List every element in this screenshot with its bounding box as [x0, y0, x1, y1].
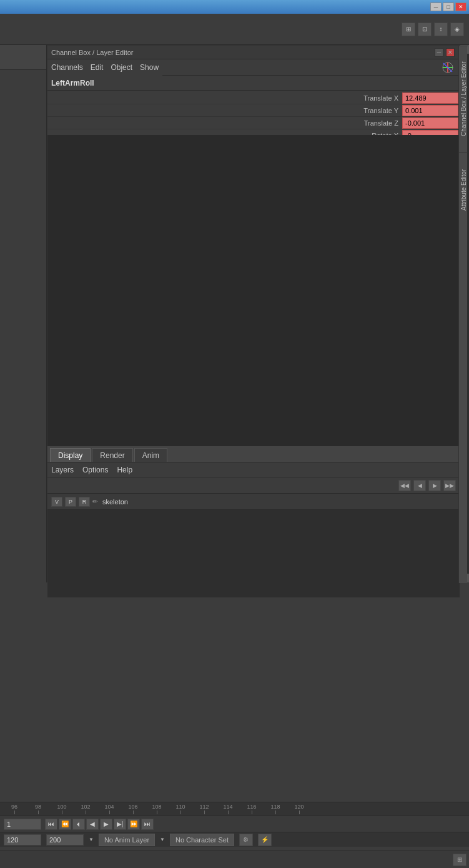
- layer-tool-2[interactable]: ◀: [413, 480, 426, 491]
- prop-label-0: Translate X: [47, 94, 402, 102]
- layer-v-btn[interactable]: V: [51, 497, 62, 507]
- gizmo-icon: [441, 61, 455, 74]
- status-bar: 120 200 ▼ No Anim Layer ▼ No Character S…: [0, 832, 469, 847]
- bottom-extra-btn[interactable]: ⊞: [453, 854, 467, 866]
- side-tab-attribute-editor[interactable]: Attribute Editor: [459, 152, 468, 227]
- play-btn-prev[interactable]: ⏴: [72, 819, 85, 830]
- submenu-layers[interactable]: Layers: [51, 466, 74, 474]
- cb-minimize-btn[interactable]: ─: [435, 48, 443, 57]
- viewport-area: [47, 135, 460, 446]
- tab-anim[interactable]: Anim: [134, 448, 167, 462]
- submenu-options[interactable]: Options: [82, 466, 108, 474]
- playback-controls: ⏮ ⏪ ⏴ ◀ ▶ ▶| ⏩ ⏭: [45, 819, 154, 830]
- toolbar-icon-1[interactable]: ⊞: [402, 22, 415, 36]
- timeline-tick-114: 114: [216, 804, 240, 814]
- prop-label-1: Translate Y: [47, 107, 402, 114]
- prop-row-1: Translate Y0.001: [47, 104, 458, 117]
- play-btn-next[interactable]: ▶|: [114, 819, 126, 830]
- char-set-dropdown-arrow[interactable]: ▼: [160, 837, 165, 842]
- layer-editor: Display Render Anim Layers Options Help …: [47, 446, 460, 583]
- menu-object[interactable]: Object: [111, 63, 132, 72]
- prop-label-2: Translate Z: [47, 119, 402, 127]
- prop-value-1[interactable]: 0.001: [402, 105, 458, 116]
- prop-value-2[interactable]: -0.001: [402, 117, 458, 129]
- layer-p-btn[interactable]: P: [65, 497, 76, 507]
- menu-show[interactable]: Show: [140, 63, 159, 72]
- bottom-extra-bar: ⊞: [0, 851, 469, 868]
- timeline-tick-110: 110: [169, 804, 192, 814]
- play-btn-back[interactable]: ◀: [86, 819, 99, 830]
- menu-channels[interactable]: Channels: [51, 63, 83, 72]
- play-btn-prev-key[interactable]: ⏪: [59, 819, 71, 830]
- status-icon-btn-1[interactable]: ⚙: [239, 834, 253, 846]
- menu-edit[interactable]: Edit: [91, 63, 104, 72]
- timeline-tick-116: 116: [240, 804, 264, 814]
- layer-tool-3[interactable]: ▶: [428, 480, 441, 491]
- layer-toolbar: ◀◀ ◀ ▶ ▶▶: [47, 477, 460, 494]
- main-toolbar: ⊞ ⊡ ↕ ◈: [0, 14, 469, 45]
- timeline-area: 9698100102104106108110112114116118120 1 …: [0, 802, 469, 868]
- prop-row-0: Translate X12.489: [47, 92, 458, 104]
- play-btn-skip-end[interactable]: ⏭: [141, 819, 154, 830]
- left-panel-top: [0, 45, 46, 70]
- channel-box-title: Channel Box / Layer Editor: [51, 49, 133, 56]
- layer-submenu: Layers Options Help: [47, 462, 460, 477]
- timeline-tick-96: 96: [2, 804, 26, 814]
- layer-row-skeleton: V P R ✏ skeleton: [47, 494, 460, 510]
- range-start-input[interactable]: 120: [4, 834, 41, 846]
- timeline-tick-100: 100: [50, 804, 74, 814]
- left-panel: [0, 45, 47, 582]
- prop-row-2: Translate Z-0.001: [47, 117, 458, 129]
- playback-control-bar: 1 ⏮ ⏪ ⏴ ◀ ▶ ▶| ⏩ ⏭: [0, 816, 469, 832]
- prop-value-0[interactable]: 12.489: [402, 92, 458, 104]
- anim-layer-dropdown-arrow[interactable]: ▼: [89, 837, 94, 842]
- object-name-row: LeftArmRoll: [47, 76, 458, 91]
- char-set-status[interactable]: No Character Set: [170, 834, 234, 846]
- layer-pencil-icon: ✏: [92, 498, 97, 505]
- channel-box-titlebar: Channel Box / Layer Editor ─ ✕: [47, 46, 458, 59]
- layer-empty-area: [47, 510, 460, 597]
- object-name-text: LeftArmRoll: [51, 79, 94, 87]
- channel-box-controls: ─ ✕: [435, 48, 455, 57]
- maximize-button[interactable]: □: [443, 2, 454, 11]
- anim-layer-status[interactable]: No Anim Layer: [99, 834, 155, 846]
- title-bar: ─ □ ✕: [0, 0, 469, 14]
- tab-render[interactable]: Render: [92, 448, 132, 462]
- timeline-tick-118: 118: [264, 804, 287, 814]
- layer-tabs: Display Render Anim: [47, 446, 460, 462]
- timeline-tick-106: 106: [121, 804, 145, 814]
- play-btn-skip-start[interactable]: ⏮: [45, 819, 57, 830]
- range-end-input[interactable]: 200: [46, 834, 84, 846]
- cb-close-btn[interactable]: ✕: [446, 48, 455, 57]
- submenu-help[interactable]: Help: [117, 466, 132, 474]
- channel-box: Channel Box / Layer Editor ─ ✕ Channels …: [47, 45, 459, 582]
- close-button[interactable]: ✕: [455, 2, 467, 11]
- timeline-tick-120: 120: [287, 804, 311, 814]
- tab-display[interactable]: Display: [50, 448, 91, 462]
- start-frame-input[interactable]: 1: [4, 819, 41, 830]
- toolbar-icon-2[interactable]: ⊡: [418, 22, 432, 36]
- toolbar-icon-4[interactable]: ◈: [450, 22, 464, 36]
- status-icon-btn-2[interactable]: ⚡: [258, 834, 272, 846]
- timeline-tick-102: 102: [74, 804, 97, 814]
- play-btn-next-key[interactable]: ⏩: [127, 819, 140, 830]
- timeline-tick-98: 98: [26, 804, 50, 814]
- play-btn-forward[interactable]: ▶: [100, 819, 112, 830]
- timeline-tick-112: 112: [192, 804, 216, 814]
- toolbar-icon-3[interactable]: ↕: [434, 22, 448, 36]
- layer-r-btn[interactable]: R: [79, 497, 90, 507]
- minimize-button[interactable]: ─: [430, 2, 442, 11]
- layer-tool-1[interactable]: ◀◀: [398, 480, 411, 491]
- toolbar-icons: ⊞ ⊡ ↕ ◈: [402, 22, 464, 36]
- side-tab-channel-box[interactable]: Channel Box / Layer Editor: [459, 46, 468, 152]
- timeline-tick-104: 104: [97, 804, 121, 814]
- timeline-tick-108: 108: [145, 804, 169, 814]
- timeline-ruler: 9698100102104106108110112114116118120: [0, 802, 469, 816]
- timeline-numbers: 9698100102104106108110112114116118120: [2, 804, 311, 814]
- layer-name: skeleton: [102, 498, 128, 506]
- layer-tool-4[interactable]: ▶▶: [443, 480, 456, 491]
